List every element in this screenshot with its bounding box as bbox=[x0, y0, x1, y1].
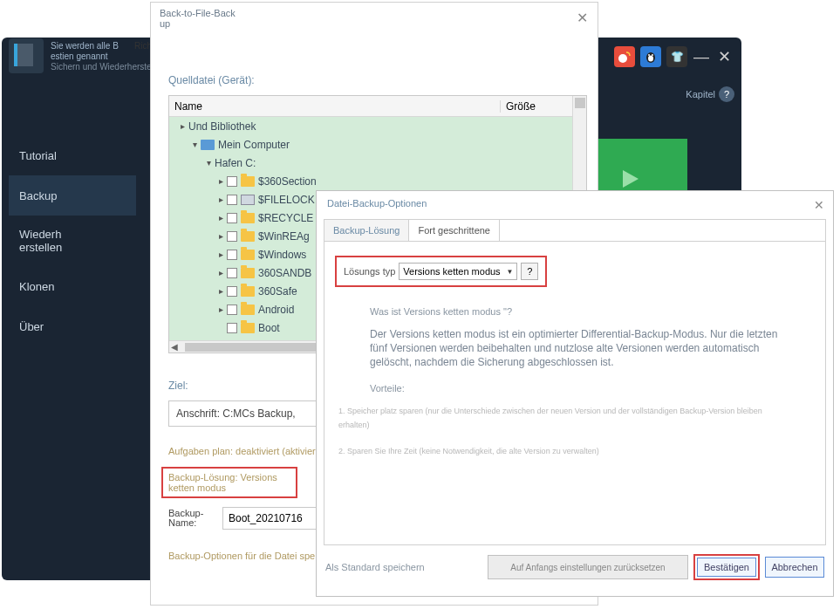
modal2-close-icon[interactable]: ✕ bbox=[814, 198, 824, 212]
tree-header-name[interactable]: Name bbox=[169, 100, 501, 113]
sidebar-item-backup[interactable]: Backup bbox=[9, 175, 136, 216]
sidebar-label-clone: Klonen bbox=[19, 280, 54, 293]
folder-icon bbox=[241, 231, 255, 242]
checkbox[interactable] bbox=[227, 195, 237, 205]
app-header-line2: estien genannt bbox=[51, 51, 165, 62]
sidebar-item-about[interactable]: Über bbox=[9, 306, 136, 346]
sidebar: Tutorial Backup Wiederh erstellen Klonen… bbox=[9, 135, 136, 346]
modal2-footer: Als Standard speichern Auf Anfangs einst… bbox=[317, 545, 833, 585]
checkbox[interactable] bbox=[227, 213, 237, 223]
modal1-close-icon[interactable]: ✕ bbox=[577, 10, 591, 24]
solution-highlight[interactable]: Backup-Lösung: Versions ketten modus bbox=[161, 467, 297, 498]
sidebar-label-restore1: Wiederh bbox=[19, 228, 61, 241]
expander-icon[interactable]: ▸ bbox=[215, 231, 227, 241]
modal1-title-line1: Back-to-File-Back bbox=[160, 8, 236, 18]
benefit-1: 1. Speicher platz sparen (nur die Unters… bbox=[338, 404, 789, 432]
checkbox[interactable] bbox=[227, 250, 237, 260]
tree-label: $Windows bbox=[258, 249, 306, 261]
expander-icon[interactable]: ▸ bbox=[215, 268, 227, 277]
minimize-icon[interactable]: — bbox=[693, 48, 710, 66]
tree-label: Und Bibliothek bbox=[188, 120, 256, 133]
expander-icon[interactable]: ▸ bbox=[215, 305, 227, 314]
save-default-link[interactable]: Als Standard speichern bbox=[325, 562, 479, 572]
expander-icon[interactable]: ▸ bbox=[215, 250, 227, 259]
tree-label: Android bbox=[258, 304, 294, 316]
folder-icon bbox=[241, 213, 255, 223]
tab-advanced[interactable]: Fort geschrittene bbox=[409, 220, 500, 241]
benefit-2: 2. Sparen Sie Ihre Zeit (keine Notwendig… bbox=[338, 444, 789, 458]
modal1-title: Back-to-File-Back up bbox=[151, 3, 598, 31]
tree-row-computer[interactable]: ▾Mein Computer bbox=[169, 135, 586, 154]
tree-label: Mein Computer bbox=[218, 139, 290, 151]
source-label: Quelldatei (Gerät): bbox=[151, 65, 598, 92]
expander-icon[interactable]: ▸ bbox=[176, 121, 188, 131]
svg-point-2 bbox=[648, 56, 653, 62]
chevron-down-icon: ▼ bbox=[506, 268, 513, 276]
reset-button[interactable]: Auf Anfangs einstellungen zurücksetzen bbox=[488, 555, 688, 579]
scroll-thumb[interactable] bbox=[185, 343, 324, 352]
folder-icon bbox=[241, 268, 255, 278]
expander-down-icon[interactable]: ▾ bbox=[202, 158, 215, 168]
expander-icon[interactable]: ▸ bbox=[215, 195, 227, 204]
svg-point-4 bbox=[652, 54, 653, 56]
expander-icon[interactable]: ▸ bbox=[215, 213, 227, 222]
sidebar-label-tutorial: Tutorial bbox=[19, 149, 57, 162]
checkbox[interactable] bbox=[227, 231, 237, 242]
expander-icon[interactable]: ▸ bbox=[215, 176, 227, 186]
scroll-thumb[interactable] bbox=[575, 98, 585, 108]
qq-icon[interactable] bbox=[640, 46, 661, 67]
weibo-icon[interactable] bbox=[614, 46, 635, 67]
tree-row-drive-c[interactable]: ▾Hafen C: bbox=[169, 154, 586, 172]
svg-point-0 bbox=[618, 54, 627, 63]
dropdown-value: Versions ketten modus bbox=[403, 266, 500, 277]
folder-icon bbox=[241, 176, 255, 187]
sidebar-label-backup: Backup bbox=[19, 189, 57, 202]
backup-name-label: Backup-Name: bbox=[168, 509, 217, 528]
close-icon[interactable]: ✕ bbox=[715, 47, 733, 66]
kapitel-label: Kapitel bbox=[686, 89, 715, 99]
arrow-right-icon bbox=[623, 170, 639, 188]
solution-type-label: Lösungs typ bbox=[344, 266, 395, 277]
confirm-button[interactable]: Bestätigen bbox=[697, 558, 756, 577]
scroll-left-arrow[interactable]: ◀ bbox=[171, 342, 178, 352]
checkbox[interactable] bbox=[227, 268, 237, 278]
folder-icon bbox=[241, 305, 255, 315]
tree-header: Name Größe bbox=[169, 96, 586, 117]
help-icon[interactable]: ? bbox=[719, 86, 734, 102]
checkbox[interactable] bbox=[227, 305, 237, 315]
sidebar-label-about: Über bbox=[19, 320, 44, 333]
tab-backup-solution[interactable]: Backup-Lösung bbox=[324, 220, 409, 241]
help-button[interactable]: ? bbox=[521, 263, 538, 280]
cancel-button[interactable]: Abbrechen bbox=[765, 557, 824, 578]
tree-row-library[interactable]: ▸Und Bibliothek bbox=[169, 117, 586, 135]
modal1-title-line2: up bbox=[160, 18, 170, 29]
tree-label: $WinREAg bbox=[258, 230, 310, 243]
folder-icon bbox=[241, 286, 255, 297]
shirt-icon[interactable]: 👕 bbox=[666, 46, 687, 67]
computer-icon bbox=[201, 140, 215, 150]
sidebar-item-clone[interactable]: Klonen bbox=[9, 266, 136, 306]
solution-type-highlight: Lösungs typ Versions ketten modus ▼ ? bbox=[335, 256, 547, 287]
checkbox[interactable] bbox=[227, 176, 237, 187]
expander-down-icon[interactable]: ▾ bbox=[188, 140, 201, 149]
drive-icon bbox=[241, 195, 255, 205]
checkbox[interactable] bbox=[227, 323, 237, 333]
modal2-body: Lösungs typ Versions ketten modus ▼ ? Wa… bbox=[324, 242, 826, 545]
modal2-title: Datei-Backup-Optionen bbox=[317, 191, 833, 216]
tree-row-folder[interactable]: ▸$360Section bbox=[169, 172, 586, 190]
info-question: Was ist Versions ketten modus "? bbox=[370, 305, 789, 318]
expander-icon[interactable]: ▸ bbox=[215, 286, 227, 296]
sidebar-item-tutorial[interactable]: Tutorial bbox=[9, 135, 136, 175]
tree-label: Boot bbox=[258, 322, 280, 334]
expander-icon[interactable] bbox=[215, 323, 227, 332]
folder-icon bbox=[241, 323, 255, 333]
folder-icon bbox=[241, 250, 255, 260]
backup-options-modal: Datei-Backup-Optionen ✕ Backup-Lösung Fo… bbox=[316, 190, 834, 597]
tree-label: $FILELOCK bbox=[258, 194, 315, 206]
sidebar-item-restore[interactable]: Wiederh erstellen bbox=[9, 216, 136, 266]
checkbox[interactable] bbox=[227, 286, 237, 297]
solution-type-dropdown[interactable]: Versions ketten modus ▼ bbox=[399, 263, 517, 280]
tree-label: Hafen C: bbox=[215, 157, 256, 169]
info-block: Was ist Versions ketten modus "? Der Ver… bbox=[335, 287, 815, 479]
sidebar-label-restore2: erstellen bbox=[19, 241, 62, 254]
